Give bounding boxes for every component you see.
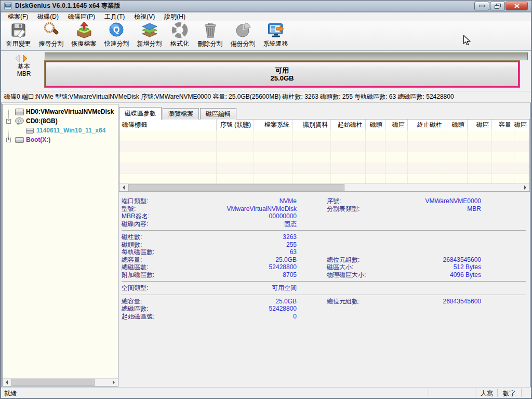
tree-item-cd0[interactable]: - CD0:(8GB) — [3, 116, 118, 126]
column-header-start-cylinder[interactable]: 起始磁柱 — [331, 119, 366, 130]
detail-value: MBR — [402, 205, 481, 213]
tool-label: 快速分割 — [104, 39, 129, 48]
table-cell — [119, 141, 217, 152]
recover-files-button[interactable]: 恢復檔案 — [68, 21, 100, 49]
format-button[interactable]: 格式化 — [166, 21, 194, 49]
column-header-serial-status[interactable]: 序號 (狀態) — [217, 119, 254, 130]
tab-sector-edit[interactable]: 磁區編輯 — [200, 108, 236, 119]
table-horizontal-scrollbar[interactable] — [119, 183, 529, 191]
search-partition-icon — [43, 21, 60, 39]
scroll-thumb[interactable] — [128, 184, 344, 191]
disk-info-bar: 磁碟0 端口:NVMe 型號:VMwareVirtualNVMeDisk 序號:… — [1, 91, 531, 103]
window-title: DiskGenius V6.0.1.1645 x64 專業版 — [15, 2, 121, 10]
scroll-right-arrow[interactable] — [521, 184, 529, 191]
column-header-end-sector[interactable]: 磁區 — [468, 119, 492, 130]
tree-item-hd0[interactable]: HD0:VMwareVirtualNVMeDisk — [3, 107, 118, 116]
scroll-right-arrow[interactable] — [110, 379, 118, 386]
table-row[interactable] — [119, 152, 529, 163]
table-cell — [468, 130, 492, 141]
backup-partition-button[interactable]: 備份分割 — [227, 21, 259, 49]
table-cell — [408, 163, 445, 174]
column-header-end-cylinder[interactable]: 終止磁柱 — [408, 119, 445, 130]
table-cell — [445, 152, 468, 163]
table-cell — [217, 130, 254, 141]
new-partition-button[interactable]: 新增分割 — [133, 21, 166, 49]
column-header-label[interactable]: 磁碟標籤 — [119, 119, 217, 130]
column-header-capacity[interactable]: 容量 — [492, 119, 514, 130]
detail-label: MBR簽名: — [122, 212, 202, 220]
table-cell — [254, 152, 292, 163]
detail-value: 00000000 — [202, 212, 297, 220]
menu-item-help[interactable]: 說明(H) — [159, 12, 190, 22]
disk-strip[interactable] — [45, 52, 528, 60]
column-header-identity[interactable]: 識別資料 — [292, 119, 331, 130]
detail-label: 序號: — [327, 197, 402, 205]
volume-icon — [15, 137, 24, 143]
detail-value: 63 — [202, 248, 297, 256]
cd-drive-icon — [15, 117, 24, 125]
tab-partition-parameters[interactable]: 磁碟區參數 — [119, 107, 162, 119]
column-header-start-sector[interactable]: 磁區 — [385, 119, 408, 130]
table-cell — [385, 174, 408, 184]
delete-partition-button[interactable]: 刪除分割 — [194, 21, 227, 49]
close-button[interactable] — [506, 2, 528, 10]
table-cell — [408, 141, 445, 152]
tool-label: 新增分割 — [137, 39, 162, 48]
detail-value: 26843545600 — [402, 298, 481, 305]
tree-item-label: CD0:(8GB) — [26, 117, 58, 125]
menu-item-file[interactable]: 檔案(F) — [3, 12, 33, 22]
search-partition-button[interactable]: 搜尋分割 — [35, 21, 68, 49]
table-cell — [445, 163, 468, 174]
nav-forward-icon[interactable] — [22, 55, 29, 62]
tree-item-label: 1140611_Win10_11_x64 — [36, 127, 105, 134]
table-row[interactable] — [119, 130, 529, 141]
table-cell — [217, 174, 254, 184]
table-row[interactable] — [119, 141, 529, 152]
system-migration-button[interactable]: 系統遷移 — [259, 21, 292, 49]
apply-changes-button[interactable]: 套用變更 — [2, 21, 35, 49]
menu-item-view[interactable]: 檢視(V) — [129, 12, 159, 22]
minimize-button[interactable] — [474, 2, 489, 10]
detail-value: 可用空間 — [202, 284, 297, 292]
detail-value: VMWareNVME0000 — [402, 197, 481, 205]
tab-browse-files[interactable]: 瀏覽檔案 — [163, 108, 199, 119]
scroll-left-arrow[interactable] — [3, 379, 11, 386]
restore-button[interactable] — [490, 2, 505, 10]
table-header: 磁碟標籤 序號 (狀態) 檔案系統 識別資料 起始磁柱 磁頭 磁區 終止磁柱 磁… — [119, 119, 529, 130]
nav-back-icon[interactable] — [14, 55, 21, 62]
system-migration-icon — [267, 21, 285, 39]
table-row[interactable] — [119, 163, 529, 174]
detail-label: 型號: — [122, 205, 202, 213]
detail-label: 總磁區數: — [122, 263, 202, 271]
section-divider — [122, 295, 526, 295]
free-space-partition[interactable]: 可用 25.0GB — [45, 61, 520, 87]
detail-value: 3263 — [202, 233, 297, 241]
expand-icon[interactable]: + — [6, 138, 11, 142]
tree-item-iso-volume[interactable]: 1140611_Win10_11_x64 — [3, 126, 118, 135]
detail-label: 物理磁區大小: — [327, 271, 402, 279]
menu-item-disk[interactable]: 磁碟(D) — [33, 12, 63, 22]
detail-row: 總磁區數: 52428800 磁區大小: 512 Bytes — [122, 263, 530, 271]
detail-label: 分割表類型: — [327, 205, 402, 213]
table-cell — [468, 141, 492, 152]
scroll-left-arrow[interactable] — [119, 184, 128, 191]
column-header-filesystem[interactable]: 檔案系統 — [254, 119, 292, 130]
collapse-icon[interactable]: - — [6, 119, 11, 124]
column-header-start-head[interactable]: 磁頭 — [366, 119, 385, 130]
tab-bar: 磁碟區參數 瀏覽檔案 磁區編輯 — [119, 107, 237, 119]
table-cell — [119, 163, 217, 174]
scroll-thumb[interactable] — [11, 379, 95, 386]
table-cell — [468, 152, 492, 163]
table-cell — [492, 141, 514, 152]
menu-item-partition[interactable]: 磁碟區(P) — [63, 12, 100, 22]
detail-label: 磁碟內容: — [122, 220, 202, 228]
tree-item-boot-x[interactable]: + Boot(X:) — [3, 135, 118, 144]
column-header-clipped[interactable]: 磁區 — [514, 119, 529, 130]
tree-horizontal-scrollbar[interactable] — [3, 378, 118, 386]
quick-partition-button[interactable]: Q 快速分割 — [100, 21, 133, 49]
menu-item-tools[interactable]: 工具(T) — [100, 12, 129, 22]
tree-item-label: HD0:VMwareVirtualNVMeDisk — [26, 108, 114, 115]
column-header-end-head[interactable]: 磁頭 — [445, 119, 468, 130]
recover-files-icon — [75, 21, 93, 39]
table-cell — [254, 163, 292, 174]
